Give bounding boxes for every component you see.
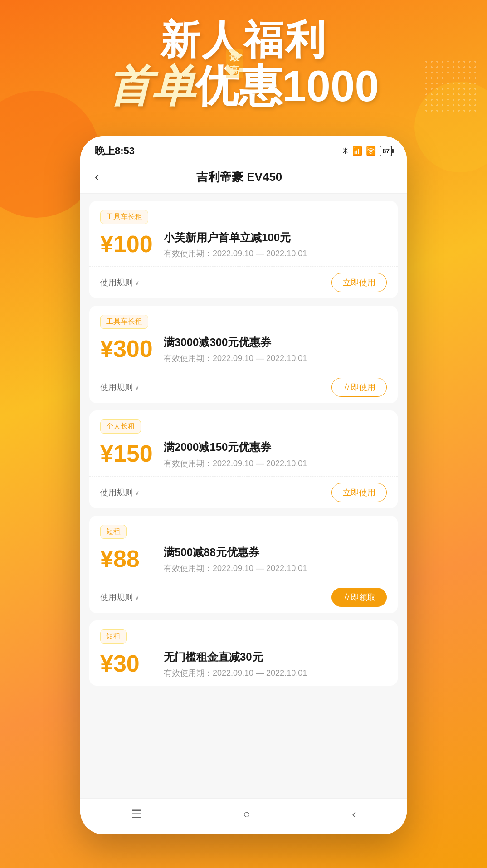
coupon-validity-4: 有效使用期：2022.09.10 — 2022.10.01 xyxy=(164,563,387,574)
status-bar: 晚上8:53 ✳ 📶 🛜 87 xyxy=(80,136,407,162)
coupon-amount-2: ¥300 xyxy=(100,335,155,361)
coupon-amount-4: ¥88 xyxy=(100,545,155,571)
zuigao-badge: 最高 xyxy=(226,49,243,78)
shou-dan-text: 首单 xyxy=(108,62,195,110)
wifi-icon: 🛜 xyxy=(366,146,376,156)
rules-button-3[interactable]: 使用规则 ∨ xyxy=(100,487,139,498)
phone-mockup: 晚上8:53 ✳ 📶 🛜 87 ‹ 吉利帝豪 EV450 工具车长租 ¥100 … xyxy=(80,136,407,834)
use-button-2[interactable]: 立即使用 xyxy=(331,378,387,397)
coupon-name-2: 满3000减300元优惠券 xyxy=(164,335,387,349)
coupon-body-3: ¥150 满2000减150元优惠券 有效使用期：2022.09.10 — 20… xyxy=(100,440,387,468)
hero-section: 新人福利 最高 首单 优惠1000 xyxy=(0,18,487,117)
coupon-card-5: 短租 ¥30 无门槛租金直减30元 有效使用期：2022.09.10 — 202… xyxy=(89,620,398,686)
home-icon[interactable]: ○ xyxy=(243,807,250,821)
coupon-info-2: 满3000减300元优惠券 有效使用期：2022.09.10 — 2022.10… xyxy=(164,335,387,364)
coupon-card-1: 工具车长租 ¥100 小芙新用户首单立减100元 有效使用期：2022.09.1… xyxy=(89,201,398,298)
rules-button-4[interactable]: 使用规则 ∨ xyxy=(100,592,139,603)
back-button[interactable]: ‹ xyxy=(95,168,104,186)
coupon-validity-3: 有效使用期：2022.09.10 — 2022.10.01 xyxy=(164,458,387,469)
coupon-name-3: 满2000减150元优惠券 xyxy=(164,440,387,454)
use-button-1[interactable]: 立即使用 xyxy=(331,273,387,292)
coupon-top-5: 短租 ¥30 无门槛租金直减30元 有效使用期：2022.09.10 — 202… xyxy=(89,620,398,686)
bluetooth-icon: ✳ xyxy=(342,146,349,156)
bottom-nav: ☰ ○ ‹ xyxy=(80,798,407,834)
coupon-name-4: 满500减88元优惠券 xyxy=(164,545,387,559)
coupon-name-1: 小芙新用户首单立减100元 xyxy=(164,230,387,244)
coupon-card-4: 短租 ¥88 满500减88元优惠券 有效使用期：2022.09.10 — 20… xyxy=(89,516,398,613)
status-icons: ✳ 📶 🛜 87 xyxy=(342,146,392,156)
nav-bar: ‹ 吉利帝豪 EV450 xyxy=(80,162,407,194)
chevron-down-icon-4: ∨ xyxy=(135,594,139,601)
coupon-amount-1: ¥100 xyxy=(100,230,155,256)
use-button-3[interactable]: 立即使用 xyxy=(331,483,387,502)
coupon-tag-4: 短租 xyxy=(100,525,127,539)
coupon-body-1: ¥100 小芙新用户首单立减100元 有效使用期：2022.09.10 — 20… xyxy=(100,230,387,259)
coupon-validity-5: 有效使用期：2022.09.10 — 2022.10.01 xyxy=(164,668,387,678)
rules-button-2[interactable]: 使用规则 ∨ xyxy=(100,382,139,393)
coupon-info-5: 无门槛租金直减30元 有效使用期：2022.09.10 — 2022.10.01 xyxy=(164,650,387,678)
coupon-body-2: ¥300 满3000减300元优惠券 有效使用期：2022.09.10 — 20… xyxy=(100,335,387,364)
menu-icon[interactable]: ☰ xyxy=(131,807,141,821)
coupon-tag-1: 工具车长租 xyxy=(100,210,148,224)
coupon-card-3: 个人长租 ¥150 满2000减150元优惠券 有效使用期：2022.09.10… xyxy=(89,410,398,508)
you-hui-text: 优惠1000 xyxy=(195,58,379,117)
chevron-down-icon-3: ∨ xyxy=(135,489,139,496)
page-title: 吉利帝豪 EV450 xyxy=(104,169,374,185)
coupon-body-5: ¥30 无门槛租金直减30元 有效使用期：2022.09.10 — 2022.1… xyxy=(100,650,387,678)
coupon-validity-2: 有效使用期：2022.09.10 — 2022.10.01 xyxy=(164,353,387,364)
coupon-tag-2: 工具车长租 xyxy=(100,315,148,329)
coupon-info-3: 满2000减150元优惠券 有效使用期：2022.09.10 — 2022.10… xyxy=(164,440,387,468)
coupon-tag-3: 个人长租 xyxy=(100,419,141,434)
coupon-card-2: 工具车长租 ¥300 满3000减300元优惠券 有效使用期：2022.09.1… xyxy=(89,306,398,403)
back-nav-icon[interactable]: ‹ xyxy=(352,807,356,821)
status-time: 晚上8:53 xyxy=(95,144,135,158)
coupon-tag-5: 短租 xyxy=(100,629,127,644)
hero-subtitle-row: 最高 首单 优惠1000 xyxy=(0,58,487,117)
coupon-top-1: 工具车长租 ¥100 小芙新用户首单立减100元 有效使用期：2022.09.1… xyxy=(89,201,398,266)
rules-button-1[interactable]: 使用规则 ∨ xyxy=(100,277,139,288)
coupon-amount-3: ¥150 xyxy=(100,440,155,465)
use-button-4[interactable]: 立即领取 xyxy=(331,588,387,607)
coupon-info-1: 小芙新用户首单立减100元 有效使用期：2022.09.10 — 2022.10… xyxy=(164,230,387,259)
coupon-top-4: 短租 ¥88 满500减88元优惠券 有效使用期：2022.09.10 — 20… xyxy=(89,516,398,581)
chevron-down-icon-1: ∨ xyxy=(135,279,139,286)
coupon-footer-4: 使用规则 ∨ 立即领取 xyxy=(89,581,398,613)
coupon-body-4: ¥88 满500减88元优惠券 有效使用期：2022.09.10 — 2022.… xyxy=(100,545,387,574)
signal-icon: 📶 xyxy=(352,146,362,156)
coupon-footer-1: 使用规则 ∨ 立即使用 xyxy=(89,266,398,298)
coupon-top-2: 工具车长租 ¥300 满3000减300元优惠券 有效使用期：2022.09.1… xyxy=(89,306,398,371)
coupon-validity-1: 有效使用期：2022.09.10 — 2022.10.01 xyxy=(164,248,387,259)
coupon-info-4: 满500减88元优惠券 有效使用期：2022.09.10 — 2022.10.0… xyxy=(164,545,387,574)
chevron-down-icon-2: ∨ xyxy=(135,384,139,391)
coupon-name-5: 无门槛租金直减30元 xyxy=(164,650,387,664)
coupon-amount-5: ¥30 xyxy=(100,650,155,675)
coupon-list[interactable]: 工具车长租 ¥100 小芙新用户首单立减100元 有效使用期：2022.09.1… xyxy=(80,194,407,829)
shou-dan-container: 最高 首单 xyxy=(108,58,195,117)
battery-icon: 87 xyxy=(380,146,392,156)
coupon-top-3: 个人长租 ¥150 满2000减150元优惠券 有效使用期：2022.09.10… xyxy=(89,410,398,476)
hero-title: 新人福利 xyxy=(0,18,487,62)
coupon-footer-2: 使用规则 ∨ 立即使用 xyxy=(89,371,398,403)
coupon-footer-3: 使用规则 ∨ 立即使用 xyxy=(89,476,398,508)
